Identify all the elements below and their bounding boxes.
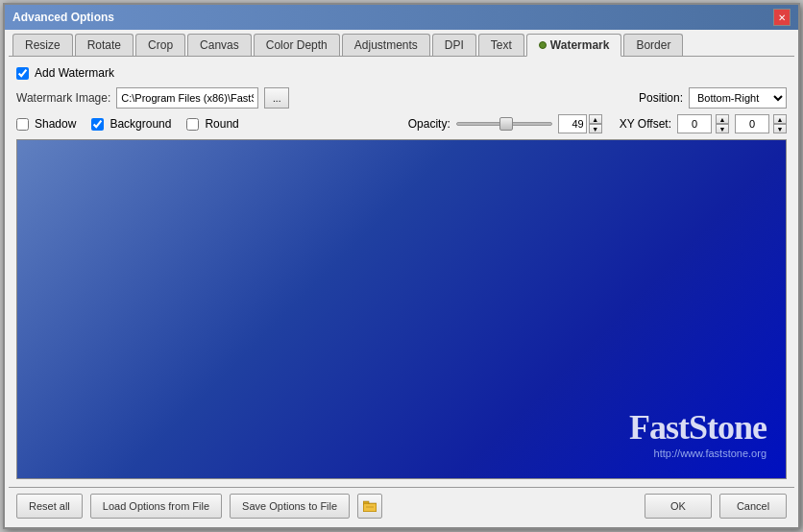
svg-rect-2 (364, 504, 376, 511)
background-checkbox[interactable] (91, 118, 104, 131)
watermark-image-group: Watermark Image: ... (16, 87, 289, 109)
xy-x-spin-down[interactable]: ▼ (716, 124, 729, 133)
save-options-button[interactable]: Save Options to File (230, 494, 350, 519)
tab-crop[interactable]: Crop (135, 34, 185, 56)
position-group: Position: Bottom-Right Top-Left Top-Cent… (639, 87, 787, 109)
opacity-slider-track[interactable] (456, 122, 552, 126)
opacity-spin-up[interactable]: ▲ (589, 114, 602, 124)
opacity-value-input[interactable] (558, 114, 587, 133)
main-area: Add Watermark Watermark Image: ... Posit… (9, 57, 794, 487)
tab-color-depth[interactable]: Color Depth (254, 34, 340, 56)
checkboxes-group: Shadow Background Round (16, 117, 239, 131)
position-label: Position: (639, 91, 683, 105)
image-position-row: Watermark Image: ... Position: Bottom-Ri… (16, 87, 787, 109)
window-title: Advanced Options (12, 11, 114, 24)
bottom-bar: Reset all Load Options from File Save Op… (9, 487, 794, 523)
opacity-spinner: ▲ ▼ (589, 114, 602, 133)
shadow-label: Shadow (35, 117, 76, 131)
xy-x-input[interactable] (677, 114, 712, 133)
opacity-label: Opacity: (408, 117, 450, 131)
round-label: Round (205, 117, 238, 131)
reset-all-button[interactable]: Reset all (16, 494, 83, 519)
close-button[interactable]: ✕ (773, 9, 791, 26)
main-window: Advanced Options ✕ Resize Rotate Crop Ca… (3, 3, 800, 529)
tab-border[interactable]: Border (623, 34, 683, 56)
xy-y-spin-down[interactable]: ▼ (773, 124, 787, 133)
browse-button[interactable]: ... (264, 87, 289, 109)
tab-canvas[interactable]: Canvas (187, 34, 252, 56)
options-row: Shadow Background Round Opacity: ▲ (16, 114, 787, 133)
tab-watermark[interactable]: Watermark (526, 34, 622, 57)
folder-icon-button[interactable] (357, 494, 382, 519)
active-dot (539, 41, 547, 49)
opacity-slider-thumb[interactable] (499, 117, 513, 131)
ok-button[interactable]: OK (645, 494, 712, 519)
add-watermark-label: Add Watermark (35, 66, 114, 80)
faststone-url-text: http://www.faststone.org (629, 447, 766, 459)
tab-dpi[interactable]: DPI (432, 34, 476, 56)
title-controls: ✕ (773, 9, 791, 26)
xy-x-spinners: ▲ ▼ (716, 114, 729, 133)
add-watermark-row: Add Watermark (16, 64, 787, 82)
tab-resize[interactable]: Resize (12, 34, 73, 56)
window-content: Resize Rotate Crop Canvas Color Depth Ad… (5, 30, 798, 527)
faststone-brand-text: FastStone (629, 407, 766, 447)
image-label: Watermark Image: (16, 91, 110, 105)
opacity-xy-group: Opacity: ▲ ▼ XY Offset: (408, 114, 787, 133)
tab-rotate[interactable]: Rotate (75, 34, 134, 56)
cancel-button[interactable]: Cancel (719, 494, 787, 519)
xy-x-spin-up[interactable]: ▲ (716, 114, 729, 124)
shadow-checkbox[interactable] (16, 118, 29, 131)
folder-icon (363, 500, 377, 512)
title-bar: Advanced Options ✕ (5, 5, 798, 30)
background-label: Background (110, 117, 171, 131)
position-select[interactable]: Bottom-Right Top-Left Top-Center Top-Rig… (689, 87, 787, 109)
watermark-path-input[interactable] (116, 87, 258, 109)
xy-y-group: ▲ ▼ (735, 114, 787, 133)
tab-text[interactable]: Text (478, 34, 524, 56)
xy-y-spinners: ▲ ▼ (773, 114, 787, 133)
opacity-spin-down[interactable]: ▼ (589, 124, 602, 133)
load-options-button[interactable]: Load Options from File (90, 494, 222, 519)
xy-y-spin-up[interactable]: ▲ (773, 114, 787, 124)
faststone-watermark: FastStone http://www.faststone.org (629, 407, 766, 459)
xy-y-input[interactable] (735, 114, 769, 133)
tab-adjustments[interactable]: Adjustments (342, 34, 430, 56)
round-checkbox[interactable] (186, 118, 199, 131)
opacity-value-group: ▲ ▼ (558, 114, 602, 133)
xy-offset-label: XY Offset: (620, 117, 671, 131)
preview-area: FastStone http://www.faststone.org (16, 139, 787, 479)
xy-x-group: ▲ ▼ (677, 114, 729, 133)
svg-rect-1 (363, 501, 369, 504)
tab-bar: Resize Rotate Crop Canvas Color Depth Ad… (9, 34, 794, 57)
add-watermark-checkbox[interactable] (16, 67, 29, 80)
